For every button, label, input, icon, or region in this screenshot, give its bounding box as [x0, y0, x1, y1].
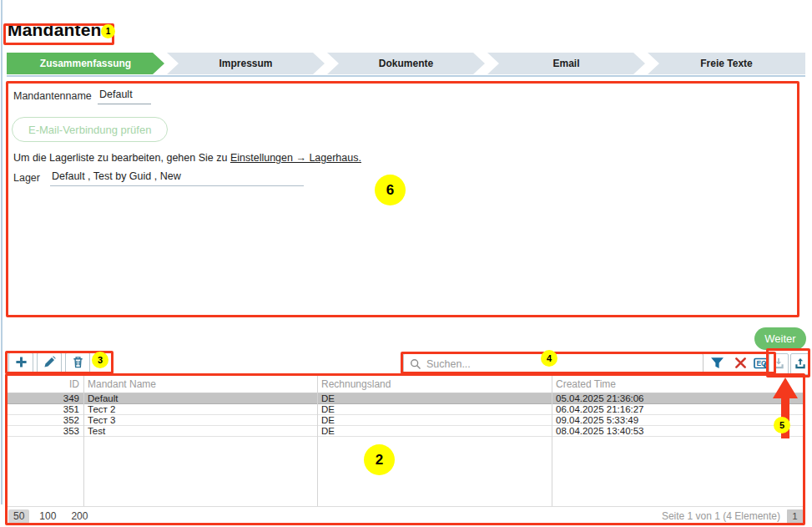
tabbar-underline: [7, 75, 805, 77]
page-size-100[interactable]: 100: [34, 509, 61, 524]
table-row[interactable]: 349DefaultDE05.04.2025 21:36:06: [7, 393, 805, 404]
cell-mandant-name: Тест 3: [83, 415, 317, 425]
wizard-tabbar: Zusammenfassung Impressum Dokumente Emai…: [7, 53, 805, 74]
page-size-50[interactable]: 50: [8, 509, 29, 524]
table-rows: 349DefaultDE05.04.2025 21:36:06351Тест 2…: [7, 393, 805, 437]
page-number-button[interactable]: 1: [787, 509, 803, 524]
cell-created-time: 08.04.2025 13:40:53: [552, 426, 805, 436]
cell-mandant-name: Default: [83, 393, 317, 403]
add-button[interactable]: [8, 352, 33, 374]
cell-id: 351: [7, 404, 83, 414]
page-size-selector: 50 100 200: [8, 509, 93, 524]
tab-freie-texte[interactable]: Freie Texte: [648, 53, 805, 74]
pagination-status: Seite 1 von 1 (4 Elemente): [662, 510, 780, 522]
import-button[interactable]: [769, 353, 789, 375]
cell-mandant-name: Тест 2: [83, 404, 317, 414]
column-header-rechnungsland[interactable]: Rechnungsland: [317, 376, 552, 393]
cell-created-time: 09.04.2025 5:33:49: [552, 415, 805, 425]
page-size-200[interactable]: 200: [66, 509, 93, 524]
edit-icon: [43, 356, 56, 371]
add-icon: [15, 356, 28, 371]
cell-id: 352: [7, 415, 83, 425]
cell-rechnungsland: DE: [317, 404, 552, 414]
table-header-row: ID Mandant Name Rechnungsland Created Ti…: [7, 376, 805, 393]
delete-button[interactable]: [65, 352, 90, 374]
search-bar: [403, 353, 704, 374]
tab-email[interactable]: Email: [487, 53, 645, 74]
export-button[interactable]: [790, 353, 810, 375]
export-icon: [794, 357, 806, 372]
table-footer: 50 100 200 Seite 1 von 1 (4 Elemente) 1: [7, 506, 805, 525]
import-icon: [773, 357, 784, 372]
column-separator: [83, 376, 84, 506]
column-separator: [317, 376, 318, 506]
clear-filter-icon: [734, 357, 747, 372]
table-row[interactable]: 352Тест 3DE09.04.2025 5:33:49: [7, 415, 805, 426]
search-input[interactable]: [426, 358, 703, 370]
column-search-icon: EQ: [754, 357, 770, 372]
panel-left-border: [1, 0, 3, 504]
cell-created-time: 05.04.2025 21:36:06: [552, 393, 805, 403]
crud-toolbar: [8, 352, 90, 374]
column-header-id[interactable]: ID: [7, 376, 83, 393]
column-separator: [552, 376, 552, 506]
filter-button[interactable]: [706, 353, 728, 375]
annotation-badge-6: 6: [375, 175, 406, 205]
weiter-button[interactable]: Weiter: [754, 327, 806, 350]
lager-hint-prefix: Um die Lagerliste zu bearbeiten, gehen S…: [13, 152, 230, 164]
mandantenname-input[interactable]: Default: [98, 89, 151, 104]
tab-dokumente[interactable]: Dokumente: [327, 53, 485, 74]
annotation-badge-1: 1: [101, 24, 115, 38]
column-header-created-time[interactable]: Created Time: [552, 376, 805, 393]
cell-created-time: 06.04.2025 21:16:27: [552, 404, 805, 414]
cell-rechnungsland: DE: [317, 415, 552, 425]
column-header-mandant-name[interactable]: Mandant Name: [83, 376, 317, 393]
mandanten-table: ID Mandant Name Rechnungsland Created Ti…: [7, 376, 805, 506]
lagerhaus-settings-link[interactable]: Einstellungen → Lagerhaus.: [230, 152, 361, 164]
cell-rechnungsland: DE: [317, 393, 552, 403]
lager-hint-text: Um die Lagerliste zu bearbeiten, gehen S…: [13, 152, 361, 164]
cell-mandant-name: Test: [83, 426, 317, 436]
annotation-badge-3: 3: [92, 352, 108, 368]
tab-zusammenfassung[interactable]: Zusammenfassung: [7, 53, 164, 74]
table-row[interactable]: 353TestDE08.04.2025 13:40:53: [7, 426, 805, 437]
lager-field: Lager Default , Test by Guid , New: [13, 170, 304, 186]
lager-input[interactable]: Default , Test by Guid , New: [50, 170, 304, 186]
search-icon: [410, 358, 421, 370]
clear-filter-button[interactable]: [729, 353, 751, 375]
page-title: Mandanten: [8, 20, 102, 40]
cell-rechnungsland: DE: [317, 426, 552, 436]
edit-button[interactable]: [37, 352, 62, 374]
cell-id: 349: [7, 393, 83, 403]
table-row[interactable]: 351Тест 2DE06.04.2025 21:16:27: [7, 404, 805, 415]
check-email-button[interactable]: E-Mail-Verbindung prüfen: [12, 117, 168, 142]
mandantenname-label: Mandantenname: [13, 89, 98, 102]
lager-label: Lager: [13, 170, 50, 184]
cell-id: 353: [7, 426, 83, 436]
mandantenname-field: Mandantenname Default: [13, 89, 151, 104]
tab-impressum[interactable]: Impressum: [167, 53, 325, 74]
delete-icon: [72, 356, 84, 371]
filter-icon: [710, 356, 724, 372]
